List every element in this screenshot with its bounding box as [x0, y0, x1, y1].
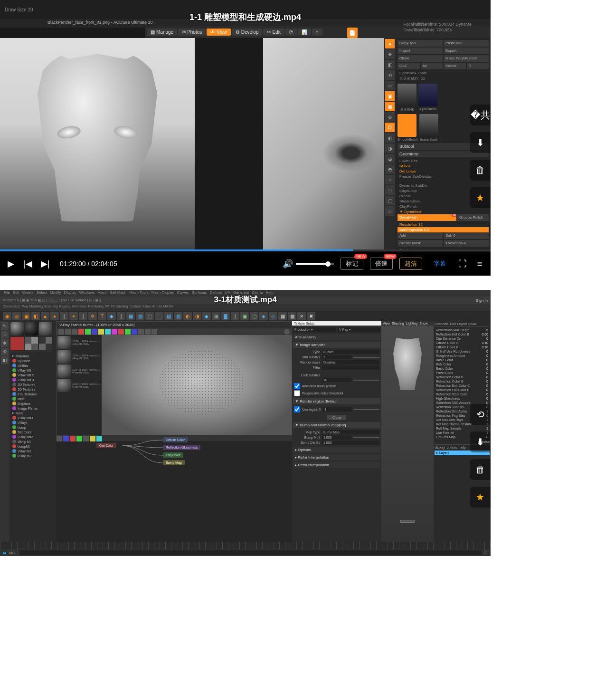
- shelf-icon[interactable]: ⊞: [212, 312, 220, 320]
- channel-row[interactable]: Basic Color0: [435, 358, 490, 362]
- outliner-item[interactable]: Misc: [10, 396, 55, 401]
- speed-button[interactable]: 倍速 NEW: [370, 258, 393, 270]
- shelf-tab[interactable]: Rigging: [59, 305, 71, 310]
- outliner-item[interactable]: bumpMt: [10, 444, 55, 449]
- mat-thumb[interactable]: [39, 322, 52, 336]
- shelf-icon[interactable]: |: [60, 312, 68, 320]
- outliner-item[interactable]: Env Textures: [10, 392, 55, 396]
- ng-tool-icon[interactable]: [70, 436, 76, 441]
- bumpmult-input[interactable]: 1.000: [322, 435, 351, 440]
- channel-row[interactable]: Dim Distance On0: [435, 336, 490, 341]
- vfb-tool-icon[interactable]: [151, 329, 157, 335]
- shelf-tab[interactable]: XGen: [142, 305, 151, 310]
- shelf-icon[interactable]: ◎: [12, 312, 21, 320]
- mat-thumb[interactable]: [25, 337, 38, 350]
- vfb-tool-icon[interactable]: [58, 329, 64, 335]
- channel-row[interactable]: Refraction Fall Color B0: [435, 388, 490, 392]
- ng-tool-icon[interactable]: [90, 436, 95, 441]
- shelf-tab[interactable]: FX: [105, 305, 109, 310]
- vfb-tool-icon[interactable]: [132, 329, 137, 335]
- type-select[interactable]: Bucket: [322, 350, 379, 354]
- groups-polish[interactable]: Groups Polish: [457, 214, 489, 221]
- vfb-tool-icon[interactable]: [85, 329, 91, 335]
- empty-graph-area[interactable]: [56, 489, 292, 542]
- prog-noise-checkbox[interactable]: [294, 390, 300, 396]
- outliner-item[interactable]: Utilities: [10, 363, 55, 368]
- vfb-tool-icon[interactable]: [72, 329, 77, 335]
- shelf-icon[interactable]: ▥: [174, 312, 182, 320]
- menu-meshtools[interactable]: Mesh Tools: [129, 290, 148, 296]
- volume-icon[interactable]: 🔊: [283, 259, 293, 269]
- slider[interactable]: [353, 380, 380, 381]
- shelf-icon[interactable]: ▣: [22, 312, 30, 320]
- outliner-item[interactable]: 3D Textures: [10, 382, 55, 387]
- ng-tool-icon[interactable]: [63, 436, 69, 441]
- shelf-icon[interactable]: ▦: [126, 312, 135, 320]
- shelf-icon[interactable]: ◑: [193, 312, 201, 320]
- star-icon[interactable]: ★: [470, 487, 491, 508]
- outliner-item[interactable]: VRay M1: [10, 449, 55, 453]
- ng-tool-icon[interactable]: [76, 436, 82, 441]
- outliner-item[interactable]: VRay Mtl 3: [10, 377, 55, 382]
- channel-row[interactable]: Diffuse Color B0.10: [435, 345, 490, 349]
- scale-icon[interactable]: ◧: [385, 60, 395, 69]
- shelf-icon[interactable]: ◆: [202, 312, 211, 320]
- node-refl-gloss[interactable]: Reflection Glossiness: [163, 445, 200, 450]
- shelf-tab[interactable]: Animation: [72, 305, 86, 310]
- menu-curves[interactable]: Curves: [177, 290, 189, 296]
- vfb-tool-icon[interactable]: [105, 329, 111, 335]
- chbox-bottom-tab[interactable]: display: [435, 446, 445, 449]
- node-fog-color[interactable]: Fog Color: [163, 452, 183, 458]
- menu-file[interactable]: File: [4, 290, 10, 296]
- tab-production[interactable]: Production ▾: [293, 327, 336, 332]
- vfb-tool-icon[interactable]: [92, 329, 97, 335]
- perspective-viewport[interactable]: View Shading Lighting Show: [381, 321, 434, 542]
- outliner-item[interactable]: VRay Mtl 2: [10, 373, 55, 377]
- slider[interactable]: [353, 357, 380, 358]
- c-icon[interactable]: ◒: [385, 154, 395, 163]
- shelf-icon[interactable]: |: [79, 312, 87, 320]
- menu-select[interactable]: Select: [37, 290, 47, 296]
- command-line[interactable]: [19, 550, 482, 555]
- ng-tool-icon[interactable]: [83, 436, 89, 441]
- floor-icon[interactable]: ▦: [385, 102, 395, 111]
- region-checkbox[interactable]: [294, 406, 300, 412]
- share-icon[interactable]: ⟲: [470, 404, 491, 425]
- script-btn[interactable]: ⊞: [484, 551, 488, 555]
- brush-2[interactable]: EraserBrush: [419, 114, 438, 141]
- goz-btn[interactable]: GoZ: [397, 63, 420, 69]
- shelf-icon[interactable]: ◧: [31, 312, 40, 320]
- vp-menu[interactable]: Lighting: [406, 322, 418, 325]
- h-icon[interactable]: ▱: [385, 206, 395, 216]
- play-button[interactable]: ▶: [6, 259, 16, 269]
- shelf-icon[interactable]: ▣: [240, 312, 249, 320]
- shelf-tab[interactable]: Poly Modeling: [22, 305, 43, 310]
- dynamesh-section[interactable]: ▼ DynaMesh: [397, 209, 489, 214]
- shelf-tab[interactable]: Custom: [129, 305, 141, 310]
- noise-checkbox[interactable]: [294, 383, 300, 389]
- shelf-icon[interactable]: ◆: [107, 312, 116, 320]
- channel-row[interactable]: G Brdf Use Roughness0: [435, 349, 490, 354]
- lightbox[interactable]: Lightbox ▸ Tools: [397, 70, 489, 76]
- resolution[interactable]: Resolution 32: [397, 222, 489, 227]
- photos-button[interactable]: ✉Photos: [178, 29, 206, 36]
- shelf-icon[interactable]: ●: [50, 312, 59, 320]
- vp-menu[interactable]: Shading: [392, 322, 404, 325]
- sync-button[interactable]: ⟳: [285, 29, 297, 36]
- menu-create[interactable]: Create: [22, 290, 34, 296]
- outliner-item[interactable]: Image Planes: [10, 406, 55, 411]
- ng-tool-icon[interactable]: [96, 436, 102, 441]
- channel-row[interactable]: Refraction Color R0: [435, 375, 490, 379]
- rotate-tool-icon[interactable]: ⟲: [1, 348, 9, 355]
- g-icon[interactable]: ▢: [385, 196, 395, 205]
- subtitle-button[interactable]: 字幕: [429, 258, 451, 269]
- shelf-icon[interactable]: ▤: [164, 312, 173, 320]
- menu-display[interactable]: Display: [64, 290, 76, 296]
- menu-button[interactable]: ≡: [312, 29, 322, 36]
- local-icon[interactable]: ⊕: [385, 112, 395, 122]
- shelf-tab[interactable]: MASH: [163, 305, 173, 310]
- history-item[interactable]: 1024 x 1024, format 1vRayMtl SUN: [57, 379, 101, 392]
- bumpdelta-input[interactable]: 1.000: [322, 441, 379, 445]
- shelf-icon[interactable]: ▩: [288, 312, 296, 320]
- menu-mesh[interactable]: Mesh: [97, 290, 107, 296]
